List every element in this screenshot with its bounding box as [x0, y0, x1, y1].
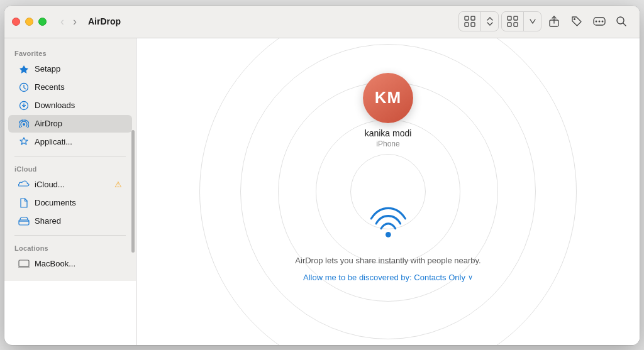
airdrop-wifi-icon [366, 201, 410, 245]
macbook-icon [18, 258, 30, 270]
sidebar-scrollbar[interactable] [131, 130, 135, 253]
device-avatar: KM [363, 73, 413, 123]
view-options-button[interactable] [482, 13, 498, 30]
chevron-down-icon [530, 19, 536, 24]
icloud-label: iCloud... [35, 180, 65, 189]
finder-window: ‹ › AirDrop [4, 6, 640, 345]
applications-label: Applicati... [35, 137, 72, 146]
svg-rect-3 [471, 23, 475, 26]
back-button[interactable]: ‹ [57, 13, 68, 30]
documents-label: Documents [35, 198, 76, 207]
svg-point-10 [596, 21, 597, 23]
list-view-button[interactable] [502, 12, 524, 31]
device-name: kanika modi [365, 128, 412, 138]
svg-rect-5 [514, 16, 518, 20]
chevron-up-down-icon [487, 17, 493, 26]
svg-rect-4 [508, 16, 511, 20]
setapp-icon [18, 63, 30, 75]
svg-point-11 [599, 21, 601, 23]
sidebar-item-applications[interactable]: Applicati... [8, 133, 132, 151]
sidebar-item-airdrop[interactable]: AirDrop [8, 115, 132, 133]
close-button[interactable] [12, 18, 20, 26]
sidebar-item-setapp[interactable]: Setapp [8, 60, 132, 78]
toolbar: ‹ › AirDrop [4, 6, 640, 38]
sidebar: Favorites Setapp [4, 38, 136, 345]
discovery-label: Allow me to be discovered by: Contacts O… [303, 273, 465, 282]
downloads-label: Downloads [35, 101, 75, 110]
svg-rect-17 [19, 220, 29, 225]
main-panel: KM kanika modi iPhone [136, 38, 640, 345]
share-button[interactable] [543, 11, 565, 31]
view-toggle-group [458, 11, 499, 31]
svg-rect-2 [465, 23, 469, 26]
view-options-chevron-button[interactable] [525, 15, 541, 28]
search-icon [616, 16, 627, 27]
svg-point-9 [574, 18, 575, 20]
shared-icon [18, 216, 30, 227]
favorites-section-label: Favorites [4, 46, 136, 60]
sidebar-item-documents[interactable]: Documents [8, 194, 132, 212]
icon-view-button[interactable] [459, 12, 481, 31]
svg-rect-18 [19, 260, 29, 266]
divider-2 [14, 235, 126, 236]
toolbar-title: AirDrop [88, 16, 121, 26]
recents-icon [18, 82, 30, 93]
more-button[interactable] [588, 11, 611, 31]
device-section: KM kanika modi iPhone [363, 73, 413, 148]
icloud-warning-icon: ⚠ [114, 180, 122, 189]
airdrop-main-icon [363, 198, 413, 248]
svg-rect-0 [465, 16, 469, 20]
divider-1 [14, 156, 126, 156]
ellipsis-icon [593, 15, 606, 28]
discovery-settings-link[interactable]: Allow me to be discovered by: Contacts O… [303, 273, 473, 282]
device-type: iPhone [376, 139, 399, 148]
svg-point-19 [386, 232, 391, 238]
maximize-button[interactable] [38, 18, 47, 26]
icloud-section-label: iCloud [4, 161, 136, 175]
sidebar-item-icloud[interactable]: iCloud... ⚠ [8, 176, 132, 194]
tag-icon [570, 15, 583, 28]
locations-section-label: Locations [4, 241, 136, 254]
svg-rect-6 [508, 23, 511, 26]
airdrop-section: AirDrop lets you share instantly with pe… [295, 198, 480, 282]
applications-icon [18, 136, 30, 148]
navigation-buttons: ‹ › [57, 13, 80, 30]
sidebar-item-shared[interactable]: Shared [8, 212, 132, 230]
icloud-icon [18, 179, 30, 190]
content-container: KM kanika modi iPhone [136, 38, 640, 345]
content-area: Favorites Setapp [4, 38, 640, 345]
airdrop-sidebar-icon [18, 118, 30, 129]
device-initials: KM [375, 88, 401, 107]
svg-point-12 [602, 21, 604, 23]
sidebar-item-recents[interactable]: Recents [8, 79, 132, 96]
documents-icon [18, 197, 30, 209]
list-view-icon [507, 16, 518, 27]
svg-point-14 [617, 17, 624, 24]
share-icon [548, 15, 560, 28]
search-button[interactable] [611, 12, 632, 31]
minimize-button[interactable] [25, 18, 33, 26]
traffic-lights [12, 18, 47, 26]
view-mode-group [501, 11, 541, 31]
airdrop-description: AirDrop lets you share instantly with pe… [295, 256, 480, 265]
setapp-label: Setapp [35, 64, 60, 74]
discovery-chevron-icon: ∨ [468, 273, 473, 282]
macbook-label: MacBook... [35, 259, 75, 268]
sidebar-scroll: Favorites Setapp [4, 38, 136, 281]
tag-button[interactable] [565, 11, 588, 31]
svg-rect-1 [471, 16, 475, 20]
shared-label: Shared [35, 216, 61, 226]
recents-label: Recents [35, 82, 65, 92]
sidebar-item-macbook[interactable]: MacBook... [8, 255, 132, 273]
grid-icon [464, 16, 475, 27]
airdrop-sidebar-label: AirDrop [35, 119, 62, 128]
sidebar-item-downloads[interactable]: Downloads [8, 97, 132, 114]
svg-rect-7 [514, 23, 518, 26]
downloads-icon [18, 100, 30, 111]
forward-button[interactable]: › [69, 13, 80, 30]
